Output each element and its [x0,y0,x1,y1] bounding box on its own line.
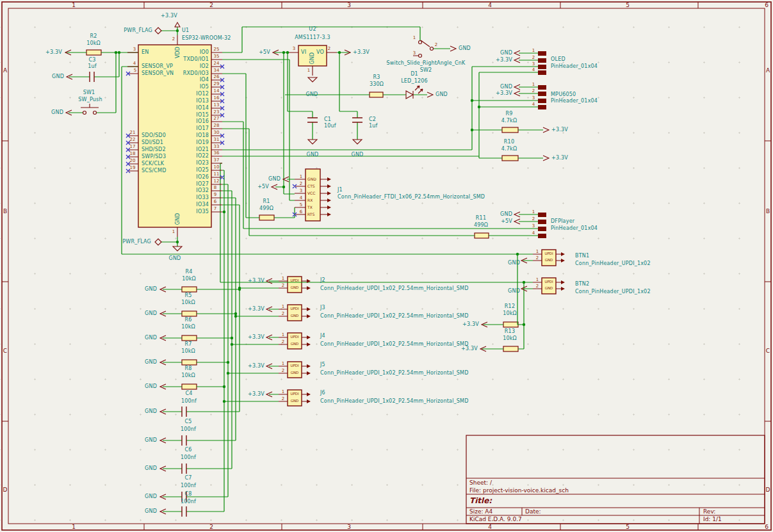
net-label[interactable]: GND [508,289,520,294]
net-label[interactable]: +3.3V [551,127,568,133]
text-label[interactable]: Conn_PinHeader_UPDI_1x02_P2.54mm_Horizon… [320,399,469,404]
pin-number[interactable]: 1 [532,210,535,214]
net-label[interactable]: GND [307,152,319,157]
reference-label[interactable]: D1 [411,72,418,77]
pin-number[interactable]: 1 [300,175,302,179]
pin-number[interactable]: 2 [172,37,175,42]
text-label[interactable]: Conn_PinHeader_FTDI_1x06_P2.54mm_Horizon… [338,195,485,200]
text-label[interactable]: 499Ω [259,206,273,211]
pin-number[interactable]: 22 [130,138,136,142]
text-label[interactable]: 1uf [88,64,97,69]
reference-label[interactable]: C6 [184,447,191,453]
net-label[interactable]: GND [145,287,157,292]
text-label[interactable]: SW_Push [78,97,102,102]
pin-number[interactable]: 36 [214,151,220,156]
pin-number[interactable]: 25 [214,47,220,52]
text-label[interactable]: IO35 [196,209,209,214]
reference-label[interactable]: R9 [505,111,512,117]
pin-number[interactable]: 2 [282,284,284,288]
pin-number[interactable]: 1 [282,277,284,281]
reference-label[interactable]: R2 [90,34,97,39]
pin-number[interactable]: 37 [214,158,220,163]
net-label[interactable]: +3.3V [248,307,264,312]
text-label[interactable]: IO13 [196,99,209,104]
pin-number[interactable]: 11 [214,172,220,177]
text-label[interactable]: MPU6050 [551,92,576,97]
text-label[interactable]: Switch_Slide_RightAngle_CnK [386,61,465,66]
net-label[interactable]: GND [52,74,64,79]
text-label[interactable]: Conn_PinHeader_UPDI_1x02_P2.54mm_Horizon… [320,342,469,347]
text-label[interactable]: IO4 [200,77,209,83]
reference-label[interactable]: C1 [324,117,331,122]
pin-number[interactable]: 2 [300,182,302,186]
pin-number[interactable]: 5 [134,69,136,73]
pin-number[interactable]: 29 [214,82,220,86]
net-label[interactable]: +3.3V [462,322,479,327]
pin-number[interactable]: 24 [214,61,220,66]
reference-label[interactable]: R13 [505,329,515,334]
text-label[interactable]: Conn_PinHeader_UPDI_1x02 [575,261,651,266]
reference-label[interactable]: SW1 [83,90,95,95]
pin-number[interactable]: 1 [282,362,284,366]
net-label[interactable]: +3.3V [45,50,62,55]
reference-label[interactable]: C7 [184,476,191,481]
net-label[interactable]: +3.3V [496,58,512,63]
pin-number[interactable]: 17 [130,145,136,149]
text-label[interactable]: 10kΩ [181,349,195,354]
pin-number[interactable]: 28 [214,124,220,128]
pin-number[interactable]: 5 [300,203,302,207]
text-label[interactable]: IO23 [196,161,209,166]
text-label[interactable]: RTS [307,213,314,216]
text-label[interactable]: SDI/SD1 [142,140,163,145]
net-label[interactable]: GND [545,287,553,291]
text-label[interactable]: IO15 [196,113,209,118]
text-label[interactable]: 4.7kΩ [501,118,517,124]
reference-label[interactable]: R11 [476,216,486,221]
text-label[interactable]: PinHeader_01x04 [551,64,598,69]
text-label[interactable]: IO0 [200,50,209,55]
text-label[interactable]: PinHeader_01x04 [551,226,598,231]
pin-number[interactable]: 19 [130,166,136,170]
text-label[interactable]: IO19 [196,140,209,145]
pin-number[interactable]: 2 [532,89,535,93]
text-label[interactable]: 10kΩ [182,277,196,282]
reference-label[interactable]: R7 [184,342,191,347]
text-label[interactable]: TX [307,206,313,209]
net-label[interactable]: GND [500,212,512,217]
text-label[interactable]: UPDI [544,280,553,284]
reference-label[interactable]: R10 [504,140,514,145]
text-label[interactable]: SENSOR_VN [142,71,174,76]
text-label[interactable]: Conn_PinHeader_UPDI_1x02_P2.54mm_Horizon… [320,286,469,291]
reference-label[interactable]: J6 [320,391,325,396]
net-label[interactable]: GND [291,371,299,375]
text-label[interactable]: RXD0/IO3 [183,71,209,76]
text-label[interactable]: IO33 [196,195,209,200]
text-label[interactable]: DFPlayer [551,219,574,224]
net-label[interactable]: GND [500,51,512,56]
pin-number[interactable]: 2 [282,369,284,373]
pin-number[interactable]: 1 [307,69,310,73]
net-label[interactable]: GND [545,259,553,262]
text-label[interactable]: Conn_PinHeader_UPDI_1x02_P2.54mm_Horizon… [320,314,469,319]
text-label[interactable]: Conn_PinHeader_UPDI_1x02 [575,289,651,294]
pin-number[interactable]: 2 [435,43,437,47]
text-label[interactable]: 10kΩ [503,336,517,341]
pin-number[interactable]: 6 [300,210,302,214]
text-label[interactable]: SDO/SD0 [142,133,166,138]
text-label[interactable]: 1uf [369,124,378,129]
pin-number[interactable]: 4 [532,102,535,107]
pin-number[interactable]: 31 [214,138,220,142]
schematic-canvas[interactable]: Sheet: / File: project-vision-voice.kica… [0,0,773,532]
pin-number[interactable]: 1 [282,333,284,337]
text-label[interactable]: 100nf [181,399,197,404]
pin-number[interactable]: 2 [532,217,535,222]
text-label[interactable]: SCK/CLK [142,161,164,166]
reference-label[interactable]: R1 [263,199,270,204]
pin-number[interactable]: 14 [214,89,220,93]
text-label[interactable]: RX [307,198,313,202]
pin-number[interactable]: 35 [214,54,220,59]
pin-number[interactable]: 18 [130,152,136,156]
pin-number[interactable]: 7 [214,207,216,211]
net-label[interactable]: GND [352,152,364,157]
text-label[interactable]: SWP/SD3 [142,154,166,159]
